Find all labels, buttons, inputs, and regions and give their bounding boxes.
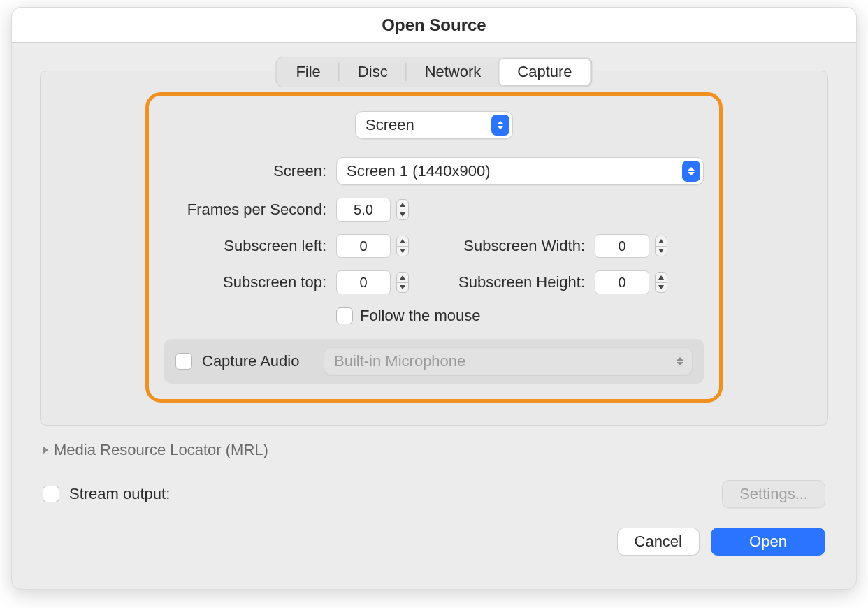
audio-device-value: Built-in Microphone bbox=[334, 352, 465, 370]
subscreen-height-label: Subscreen Height: bbox=[427, 273, 595, 291]
chevron-right-icon bbox=[43, 446, 48, 454]
capture-audio-row: Capture Audio Built-in Microphone bbox=[164, 339, 704, 384]
subscreen-height-stepper[interactable] bbox=[655, 272, 667, 293]
subscreen-height-input[interactable] bbox=[595, 270, 649, 294]
stepper-down-icon[interactable] bbox=[397, 283, 408, 293]
subscreen-left-label: Subscreen left: bbox=[164, 237, 336, 255]
stepper-up-icon[interactable] bbox=[397, 236, 408, 247]
stepper-down-icon[interactable] bbox=[656, 283, 667, 293]
settings-button[interactable]: Settings... bbox=[722, 480, 825, 508]
cancel-button[interactable]: Cancel bbox=[617, 528, 700, 556]
fps-stepper[interactable] bbox=[396, 199, 409, 220]
mrl-disclosure[interactable]: Media Resource Locator (MRL) bbox=[40, 441, 828, 459]
subscreen-left-stepper[interactable] bbox=[396, 236, 409, 256]
capture-audio-label: Capture Audio bbox=[202, 352, 314, 370]
follow-mouse-label: Follow the mouse bbox=[360, 307, 480, 325]
subscreen-width-input[interactable] bbox=[595, 234, 649, 258]
source-tabbar: File Disc Network Capture bbox=[275, 57, 592, 87]
dialog-content: File Disc Network Capture Screen Screen: bbox=[12, 43, 856, 589]
tab-file[interactable]: File bbox=[277, 59, 338, 85]
stepper-up-icon[interactable] bbox=[656, 273, 667, 283]
open-button[interactable]: Open bbox=[711, 528, 825, 556]
mrl-label: Media Resource Locator (MRL) bbox=[54, 441, 268, 459]
stepper-down-icon[interactable] bbox=[656, 247, 667, 256]
tab-network[interactable]: Network bbox=[407, 59, 500, 85]
fps-label: Frames per Second: bbox=[164, 201, 336, 219]
follow-mouse-checkbox[interactable] bbox=[336, 307, 353, 324]
stepper-up-icon[interactable] bbox=[397, 200, 408, 210]
fps-input[interactable] bbox=[336, 198, 391, 222]
stream-output-label: Stream output: bbox=[69, 485, 170, 503]
stepper-up-icon[interactable] bbox=[656, 236, 667, 247]
window-title: Open Source bbox=[12, 8, 856, 43]
open-source-dialog: Open Source File Disc Network Capture Sc… bbox=[11, 7, 857, 590]
subscreen-top-stepper[interactable] bbox=[396, 272, 409, 293]
tab-capture[interactable]: Capture bbox=[498, 58, 591, 86]
highlight-box: Screen Screen: Screen 1 (1440x900) Frame… bbox=[145, 92, 723, 403]
capture-mode-value: Screen bbox=[366, 116, 414, 134]
screen-value: Screen 1 (1440x900) bbox=[347, 162, 490, 180]
audio-device-select[interactable]: Built-in Microphone bbox=[324, 347, 693, 375]
capture-audio-checkbox[interactable] bbox=[175, 353, 192, 370]
screen-label: Screen: bbox=[164, 162, 336, 180]
subscreen-width-label: Subscreen Width: bbox=[427, 237, 595, 255]
capture-mode-select[interactable]: Screen bbox=[355, 111, 513, 139]
updown-icon bbox=[491, 115, 509, 136]
stepper-up-icon[interactable] bbox=[397, 273, 408, 283]
tab-disc[interactable]: Disc bbox=[340, 59, 406, 85]
subscreen-top-label: Subscreen top: bbox=[164, 273, 336, 291]
stepper-down-icon[interactable] bbox=[397, 210, 408, 220]
capture-panel: Screen Screen: Screen 1 (1440x900) Frame… bbox=[40, 71, 828, 426]
subscreen-left-input[interactable] bbox=[336, 234, 391, 258]
screen-select[interactable]: Screen 1 (1440x900) bbox=[336, 157, 704, 185]
subscreen-top-input[interactable] bbox=[336, 270, 391, 294]
stepper-down-icon[interactable] bbox=[397, 247, 408, 256]
updown-icon bbox=[671, 351, 689, 372]
updown-icon bbox=[682, 161, 700, 182]
stream-output-checkbox[interactable] bbox=[43, 486, 59, 502]
subscreen-width-stepper[interactable] bbox=[655, 236, 667, 256]
